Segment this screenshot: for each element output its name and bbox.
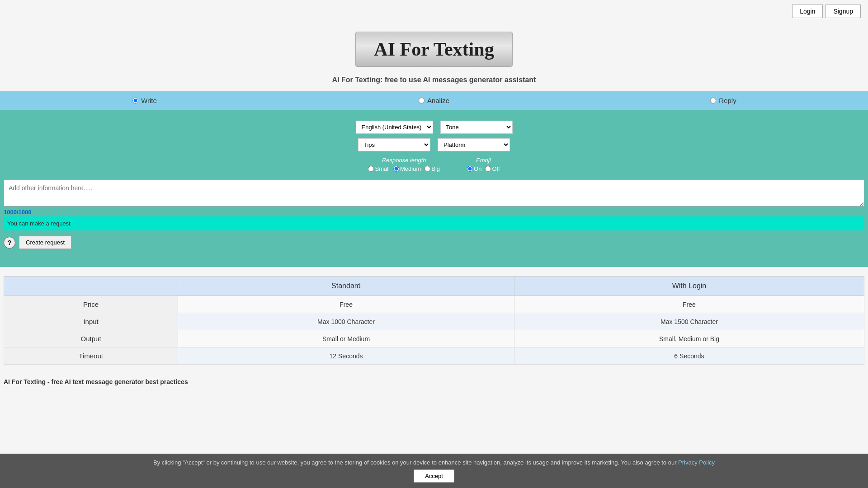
radio-emoji-off[interactable] — [485, 166, 491, 172]
standard-timeout: 12 Seconds — [178, 347, 514, 365]
help-button[interactable]: ? — [4, 237, 15, 249]
response-medium[interactable]: Medium — [393, 165, 421, 172]
login-price: Free — [514, 296, 864, 313]
tab-write-label: Write — [141, 97, 157, 104]
standard-price: Free — [178, 296, 514, 313]
response-length-label: Response length — [382, 157, 426, 164]
status-bar: You can make a request — [4, 216, 864, 230]
tone-select[interactable]: Tone Formal Informal Friendly Profession… — [440, 121, 513, 134]
row-label-input: Input — [4, 313, 178, 330]
platform-select[interactable]: Platform SMS WhatsApp Email Twitter — [438, 138, 510, 151]
response-length-group: Response length Small Medium Big — [368, 157, 440, 172]
create-request-button[interactable]: Create request — [19, 236, 71, 249]
row-label-timeout: Timeout — [4, 347, 178, 365]
best-practices: AI For Texting - free AI text message ge… — [0, 374, 868, 390]
controls-row-1: English (United States) English (UK) Spa… — [0, 121, 868, 134]
on-label: On — [474, 165, 481, 172]
login-output: Small, Medium or Big — [514, 330, 864, 347]
textarea-container — [4, 179, 864, 208]
login-timeout: 6 Seconds — [514, 347, 864, 365]
tab-reply-label: Reply — [719, 97, 736, 104]
radio-big[interactable] — [425, 166, 430, 172]
tab-write[interactable]: Write — [0, 91, 289, 110]
logo-area: AI For Texting — [0, 23, 868, 71]
row-label-price: Price — [4, 296, 178, 313]
col-header-standard: Standard — [178, 277, 514, 296]
standard-input: Max 1000 Character — [178, 313, 514, 330]
col-header-empty — [4, 277, 178, 296]
controls-row-2: Tips Greetings Follow-up Promotion Platf… — [0, 138, 868, 151]
login-input: Max 1500 Character — [514, 313, 864, 330]
response-length-radios: Small Medium Big — [368, 165, 440, 172]
language-select[interactable]: English (United States) English (UK) Spa… — [356, 121, 433, 134]
header: Login Signup — [0, 0, 868, 23]
table-row: Price Free Free — [4, 296, 864, 313]
radio-small[interactable] — [368, 166, 374, 172]
radio-medium[interactable] — [393, 166, 399, 172]
category-select[interactable]: Tips Greetings Follow-up Promotion — [358, 138, 430, 151]
emoji-label: Emoji — [476, 157, 491, 164]
table-row: Output Small or Medium Small, Medium or … — [4, 330, 864, 347]
col-header-login: With Login — [514, 277, 864, 296]
response-small[interactable]: Small — [368, 165, 390, 172]
app-title: AI For Texting — [374, 38, 494, 60]
row-label-output: Output — [4, 330, 178, 347]
logo-box: AI For Texting — [355, 32, 512, 67]
char-count: 1000/1000 — [0, 208, 868, 216]
login-button[interactable]: Login — [792, 5, 823, 18]
off-label: Off — [492, 165, 500, 172]
table-row: Input Max 1000 Character Max 1500 Charac… — [4, 313, 864, 330]
big-label: Big — [431, 165, 440, 172]
radio-analize[interactable] — [419, 98, 425, 103]
tab-analize[interactable]: Analize — [289, 91, 579, 110]
action-row: ? Create request — [0, 230, 868, 249]
info-textarea[interactable] — [4, 179, 864, 206]
standard-output: Small or Medium — [178, 330, 514, 347]
tagline: AI For Texting: free to use AI messages … — [0, 71, 868, 91]
emoji-radios: On Off — [467, 165, 500, 172]
emoji-on[interactable]: On — [467, 165, 481, 172]
radio-emoji-on[interactable] — [467, 166, 473, 172]
comparison-table: Standard With Login Price Free Free Inpu… — [4, 276, 864, 365]
medium-label: Medium — [400, 165, 421, 172]
table-row: Timeout 12 Seconds 6 Seconds — [4, 347, 864, 365]
small-label: Small — [375, 165, 390, 172]
tab-analize-label: Analize — [427, 97, 449, 104]
signup-button[interactable]: Signup — [826, 5, 861, 18]
response-big[interactable]: Big — [425, 165, 440, 172]
options-row: Response length Small Medium Big Emoji — [0, 157, 868, 172]
emoji-group: Emoji On Off — [467, 157, 500, 172]
emoji-off[interactable]: Off — [485, 165, 500, 172]
radio-write[interactable] — [132, 98, 138, 103]
tab-reply[interactable]: Reply — [579, 91, 868, 110]
main-section: English (United States) English (UK) Spa… — [0, 110, 868, 267]
mode-tabs: Write Analize Reply — [0, 91, 868, 110]
comparison-section: Standard With Login Price Free Free Inpu… — [0, 267, 868, 374]
radio-reply[interactable] — [710, 98, 716, 103]
